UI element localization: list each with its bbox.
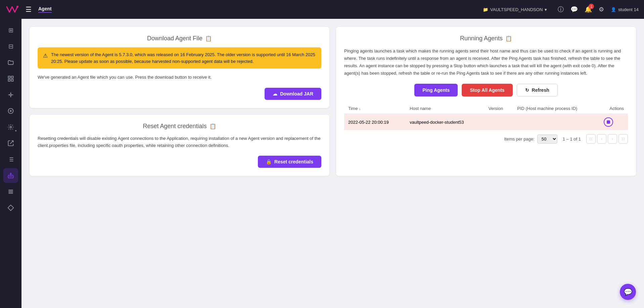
- chat-fab[interactable]: 💬: [620, 284, 636, 300]
- lock-icon: 🔒: [266, 159, 272, 164]
- prev-page-button[interactable]: ‹: [597, 134, 606, 144]
- notification-badge: 1: [589, 4, 594, 9]
- pagination-controls: ⟨⟨ ‹ › ⟩⟩: [586, 134, 628, 144]
- copy-icon[interactable]: 📋: [205, 35, 212, 42]
- running-agents-title: Running Agents 📋: [344, 35, 628, 42]
- running-agents-description: Pinging agents launches a task which mak…: [344, 47, 628, 77]
- sidebar-item-list[interactable]: [3, 184, 18, 199]
- hamburger-menu[interactable]: ☰: [24, 4, 33, 15]
- main-content: Download Agent File 📋 ⚠ The newest versi…: [21, 19, 644, 308]
- cell-pid: [513, 114, 599, 130]
- warning-icon: ⚠: [43, 52, 48, 60]
- sort-icon[interactable]: ↓: [359, 107, 361, 111]
- sidebar-item-filters[interactable]: ⊟: [3, 39, 18, 54]
- reset-credentials-button[interactable]: 🔒 Reset credentials: [258, 156, 321, 168]
- sidebar-item-grid[interactable]: [3, 71, 18, 86]
- svg-point-0: [16, 6, 18, 8]
- top-nav: ☰ Agent 📁 VAULTSPEED_HANDSON ▾ ⓘ 💬 🔔 1 ⚙…: [0, 0, 644, 19]
- svg-rect-4: [11, 79, 13, 81]
- stop-agent-button[interactable]: [604, 117, 613, 127]
- sidebar-item-export[interactable]: [3, 136, 18, 151]
- agents-table: Time ↓ Host name Version PID (Host machi…: [344, 103, 628, 130]
- col-hostname: Host name: [406, 103, 485, 114]
- cell-time: 2022-05-22 20:00:19: [344, 114, 406, 130]
- refresh-button[interactable]: ↻ Refresh: [517, 84, 558, 97]
- svg-rect-3: [8, 79, 10, 81]
- svg-point-21: [10, 173, 11, 174]
- download-description: We've generated an Agent file which you …: [38, 74, 321, 81]
- warning-text: The newest version of the Agent is 5.7.3…: [51, 51, 316, 65]
- chevron-down-icon: ▾: [545, 7, 547, 12]
- col-actions: Actions: [600, 103, 628, 114]
- notifications-icon[interactable]: 🔔 1: [585, 6, 592, 13]
- info-icon[interactable]: ⓘ: [558, 5, 564, 13]
- sidebar-item-folder[interactable]: [3, 55, 18, 70]
- download-card-title: Download Agent File 📋: [38, 35, 321, 42]
- stop-all-agents-button[interactable]: Stop All Agents: [462, 84, 512, 97]
- svg-point-5: [10, 94, 12, 96]
- svg-marker-30: [8, 205, 14, 211]
- sidebar-item-network[interactable]: [3, 87, 18, 102]
- svg-rect-2: [11, 76, 13, 78]
- running-copy-icon[interactable]: 📋: [505, 35, 512, 42]
- warning-box: ⚠ The newest version of the Agent is 5.7…: [38, 47, 321, 69]
- user-icon: 👤: [611, 7, 616, 12]
- sidebar-item-upload[interactable]: [3, 104, 18, 118]
- col-time: Time ↓: [344, 103, 406, 114]
- sidebar-item-cog[interactable]: [3, 120, 18, 134]
- user-menu[interactable]: 👤 student 14: [611, 7, 639, 12]
- page-title: Agent: [38, 6, 52, 13]
- reset-description: Resetting credentials will disable exist…: [38, 135, 321, 149]
- table-row: 2022-05-22 20:00:19 vaultpeed-docker-stu…: [344, 114, 628, 130]
- app-logo: [5, 4, 19, 15]
- reset-copy-icon[interactable]: 📋: [210, 123, 216, 129]
- cloud-icon: ☁: [273, 91, 277, 97]
- cell-actions: [600, 114, 628, 130]
- chat-icon[interactable]: 💬: [570, 6, 578, 13]
- agents-action-row: Ping Agents Stop All Agents ↻ Refresh: [344, 84, 628, 97]
- ping-agents-button[interactable]: Ping Agents: [414, 84, 458, 97]
- next-page-button[interactable]: ›: [608, 134, 617, 144]
- chat-fab-icon: 💬: [624, 288, 632, 296]
- col-pid: PID (Host machine process ID): [513, 103, 599, 114]
- sidebar-item-pipeline[interactable]: [3, 152, 18, 167]
- stop-icon: [607, 120, 610, 124]
- table-footer: Items per page: 50 10 25 100 1 – 1 of 1 …: [344, 130, 628, 144]
- refresh-icon: ↻: [525, 87, 529, 93]
- first-page-button[interactable]: ⟨⟨: [586, 134, 596, 144]
- running-agents-card: Running Agents 📋 Pinging agents launches…: [336, 27, 636, 176]
- svg-rect-1: [8, 76, 10, 78]
- pagination-info: 1 – 1 of 1: [563, 137, 581, 142]
- sidebar-item-dashboard[interactable]: ⊞: [3, 23, 18, 38]
- items-per-page-label: Items per page:: [504, 137, 534, 142]
- workspace-name: VAULTSPEED_HANDSON: [490, 7, 543, 12]
- cell-hostname: vaultpeed-docker-student53: [406, 114, 485, 130]
- items-per-page: Items per page: 50 10 25 100: [504, 134, 557, 144]
- download-agent-card: Download Agent File 📋 ⚠ The newest versi…: [30, 27, 329, 108]
- svg-point-13: [10, 126, 12, 128]
- cell-version: [485, 114, 513, 130]
- last-page-button[interactable]: ⟩⟩: [618, 134, 628, 144]
- reset-card-title: Reset Agent credentials 📋: [38, 123, 321, 130]
- settings-icon[interactable]: ⚙: [599, 6, 604, 13]
- workspace-selector[interactable]: 📁 VAULTSPEED_HANDSON ▾: [483, 7, 547, 12]
- download-jar-button[interactable]: ☁ Download JAR: [265, 88, 321, 100]
- reset-credentials-card: Reset Agent credentials 📋 Resetting cred…: [30, 115, 329, 176]
- sidebar-item-agent[interactable]: [3, 168, 18, 183]
- workspace-icon: 📁: [483, 7, 488, 12]
- items-per-page-select[interactable]: 50 10 25 100: [537, 134, 557, 144]
- user-name: student 14: [618, 7, 639, 12]
- sidebar: ⊞ ⊟: [0, 19, 21, 308]
- sidebar-item-diamond[interactable]: [3, 200, 18, 215]
- col-version: Version: [485, 103, 513, 114]
